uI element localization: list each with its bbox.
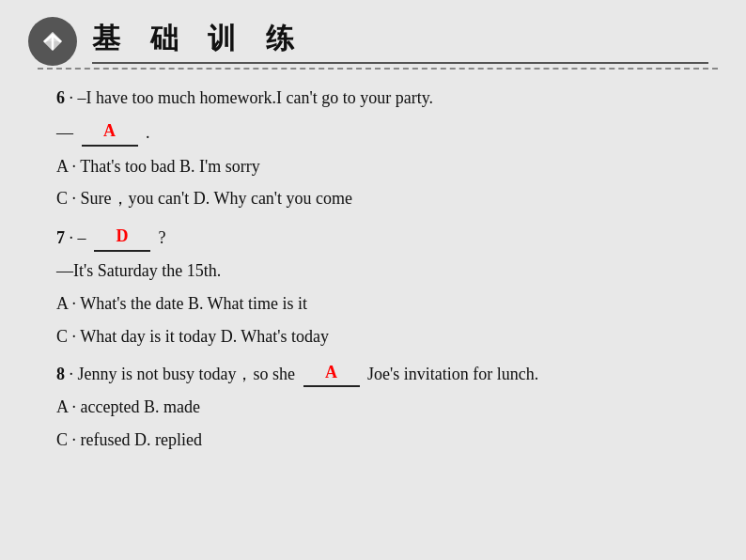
header-icon — [28, 17, 77, 66]
q8-opt2: C · refused D. replied — [56, 426, 690, 455]
q6-answer-prefix: — — [56, 123, 73, 142]
q6-answer-line: — A . — [56, 117, 690, 147]
header: 基 础 训 练 — [0, 0, 746, 75]
header-title: 基 础 训 练 — [92, 20, 708, 64]
q6-prompt-text: –I have too much homework.I can't go to … — [78, 88, 433, 107]
page: 基 础 训 练 6 · –I have too much homework.I … — [0, 0, 746, 560]
q7-answer-blank: D — [94, 223, 150, 252]
q6-number: 6 — [56, 88, 65, 107]
q6-opt1: A · That's too bad B. I'm sorry — [56, 152, 690, 181]
q8-answer-blank: A — [303, 359, 360, 388]
q8-opt1: A · accepted B. made — [56, 393, 690, 422]
q7-opt2: C · What day is it today D. What's today — [56, 322, 690, 351]
q7-prompt: 7 · – D ? — [56, 223, 690, 252]
q7-number: 7 — [56, 228, 65, 247]
question-7: 7 · – D ? —It's Saturday the 15th. A · W… — [56, 223, 690, 351]
q6-answer-suffix: . — [146, 123, 150, 142]
q6-answer-blank: A — [82, 117, 138, 147]
q6-opt2: C · Sure，you can't D. Why can't you come — [56, 184, 690, 213]
content: 6 · –I have too much homework.I can't go… — [0, 70, 746, 472]
q8-prompt: 8 · Jenny is not busy today，so she A Joe… — [56, 359, 690, 388]
q7-followup: —It's Saturday the 15th. — [56, 257, 690, 285]
question-8: 8 · Jenny is not busy today，so she A Joe… — [56, 359, 690, 455]
q6-prompt: 6 · –I have too much homework.I can't go… — [56, 85, 690, 112]
question-6: 6 · –I have too much homework.I can't go… — [56, 85, 690, 213]
q7-opt1: A · What's the date B. What time is it — [56, 289, 690, 319]
q8-number: 8 — [56, 365, 65, 383]
